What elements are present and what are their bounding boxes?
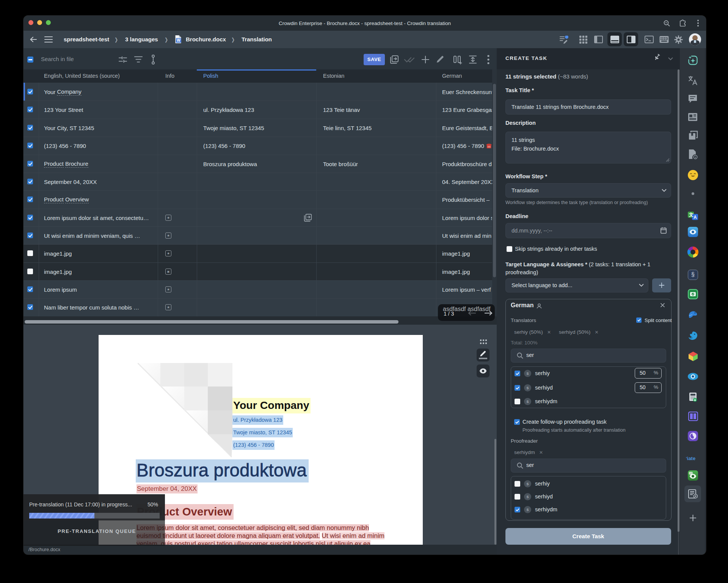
svg-text:W: W [177,38,180,42]
